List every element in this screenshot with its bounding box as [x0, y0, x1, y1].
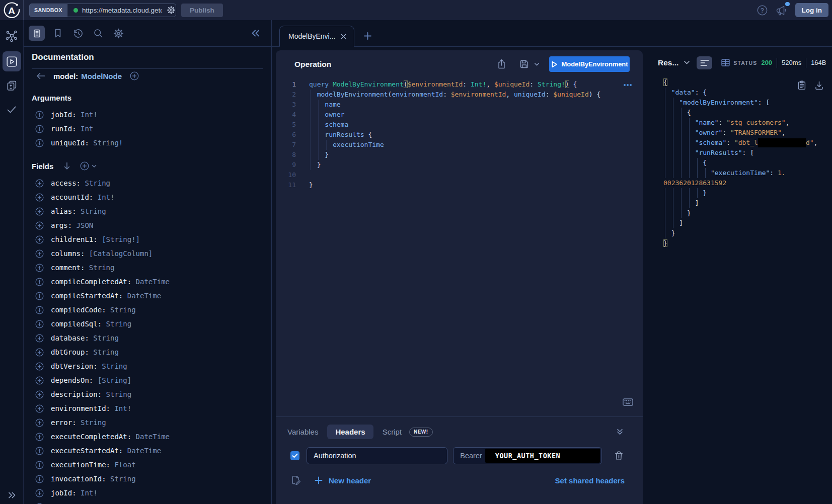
- field-name[interactable]: args:: [51, 221, 72, 229]
- new-tab-button[interactable]: [362, 31, 373, 41]
- tab-label[interactable]: ModelByEnvi...: [288, 32, 335, 40]
- add-field-button[interactable]: [35, 489, 44, 497]
- save-operation-button[interactable]: [518, 58, 530, 70]
- tab-script[interactable]: Script: [383, 428, 402, 436]
- add-argument-button[interactable]: [35, 111, 44, 119]
- field-type[interactable]: DateTime: [123, 292, 161, 300]
- operation-options-button[interactable]: [622, 82, 633, 88]
- rail-checks-button[interactable]: [3, 101, 21, 119]
- doc-type-name[interactable]: ModelNode: [81, 72, 122, 80]
- field-name[interactable]: alias:: [51, 207, 77, 215]
- copy-response-button[interactable]: [798, 80, 806, 90]
- field-name[interactable]: database:: [51, 334, 89, 342]
- field-name[interactable]: compiledCode:: [51, 306, 106, 314]
- keyboard-shortcuts-button[interactable]: [623, 398, 633, 406]
- run-operation-button[interactable]: ModelByEnvironment: [549, 56, 630, 72]
- endpoint-url-text[interactable]: https://metadata.cloud.getdbt.com/graphq…: [82, 7, 162, 14]
- editor-line[interactable]: 11 }: [276, 180, 643, 190]
- table-view-button[interactable]: [718, 56, 733, 69]
- field-name[interactable]: dbtVersion:: [51, 362, 98, 370]
- add-field-button[interactable]: [35, 447, 44, 455]
- history-button[interactable]: [71, 26, 85, 40]
- field-type[interactable]: Int!: [77, 489, 98, 497]
- header-value-field[interactable]: Bearer YOUR_AUTH_TOKEN: [453, 447, 602, 464]
- add-field-button[interactable]: [35, 235, 44, 244]
- field-type[interactable]: Int!: [93, 193, 114, 201]
- tab-close-button[interactable]: [339, 32, 348, 41]
- field-name[interactable]: error:: [51, 418, 77, 427]
- argument-name[interactable]: runId:: [51, 125, 77, 133]
- save-options-button[interactable]: [533, 61, 541, 67]
- add-field-button[interactable]: [35, 320, 44, 328]
- endpoint-settings-button[interactable]: [166, 5, 176, 16]
- add-field-button[interactable]: [35, 348, 44, 357]
- field-type[interactable]: DateTime: [123, 447, 161, 455]
- add-field-button[interactable]: [35, 306, 44, 314]
- field-name[interactable]: environmentId:: [51, 404, 110, 412]
- editor-line[interactable]: 3 name: [276, 100, 643, 110]
- add-field-button[interactable]: [35, 433, 44, 441]
- rail-expand-button[interactable]: [6, 489, 18, 501]
- argument-type[interactable]: String!: [89, 139, 123, 147]
- documentation-tab-button[interactable]: [29, 26, 45, 41]
- field-type[interactable]: [CatalogColumn]: [85, 249, 153, 258]
- download-response-button[interactable]: [815, 80, 823, 90]
- endpoint-url-box[interactable]: https://metadata.cloud.getdbt.com/graphq…: [67, 4, 176, 17]
- saved-operations-button[interactable]: [51, 26, 65, 40]
- add-field-button[interactable]: [35, 418, 44, 427]
- sort-fields-button[interactable]: [63, 162, 70, 170]
- field-type[interactable]: Int!: [110, 404, 131, 412]
- field-type[interactable]: String: [102, 390, 131, 398]
- field-name[interactable]: columns:: [51, 249, 85, 258]
- field-type[interactable]: String: [98, 362, 127, 370]
- field-type[interactable]: String: [106, 475, 136, 483]
- add-field-button[interactable]: [35, 221, 44, 230]
- add-field-button[interactable]: [35, 193, 44, 202]
- search-button[interactable]: [91, 26, 105, 40]
- formatted-view-button[interactable]: [697, 56, 712, 69]
- argument-type[interactable]: Int!: [77, 111, 98, 119]
- field-type[interactable]: String: [77, 418, 106, 427]
- add-field-button[interactable]: [35, 334, 44, 343]
- editor-line[interactable]: 6 runResults {: [276, 130, 643, 140]
- tab-variables[interactable]: Variables: [287, 428, 318, 436]
- field-type[interactable]: String: [77, 207, 106, 215]
- query-editor[interactable]: 1 query ModelByEnvironment($environmentI…: [276, 78, 643, 416]
- add-field-button[interactable]: [35, 404, 44, 413]
- field-name[interactable]: childrenL1:: [51, 235, 98, 243]
- field-name[interactable]: executeCompletedAt:: [51, 433, 131, 441]
- publish-button[interactable]: Publish: [181, 4, 223, 17]
- field-type[interactable]: String: [89, 348, 119, 356]
- add-all-fields-button[interactable]: [80, 161, 97, 171]
- field-type[interactable]: String: [106, 306, 136, 314]
- editor-line[interactable]: 5 schema: [276, 120, 643, 130]
- field-name[interactable]: executionTime:: [51, 461, 110, 469]
- field-name[interactable]: accountId:: [51, 193, 93, 201]
- field-type[interactable]: String: [85, 264, 114, 272]
- doc-back-button[interactable]: [35, 71, 46, 80]
- field-name[interactable]: compileCompletedAt:: [51, 278, 131, 286]
- editor-line[interactable]: 9 }: [276, 160, 643, 170]
- add-field-button[interactable]: [35, 264, 44, 272]
- response-json[interactable]: { "data": { "modelByEnvironment": [ { "n…: [649, 77, 832, 504]
- editor-line[interactable]: 4 owner: [276, 110, 643, 120]
- field-type[interactable]: [String!]: [98, 235, 140, 243]
- argument-type[interactable]: Int: [77, 125, 94, 133]
- set-shared-headers-button[interactable]: Set shared headers: [555, 476, 625, 485]
- field-type[interactable]: String: [89, 334, 119, 342]
- add-field-button[interactable]: [35, 207, 44, 216]
- rail-schema-button[interactable]: [3, 27, 21, 45]
- tab-modelbyenvironment[interactable]: ModelByEnvi...: [279, 26, 354, 47]
- field-name[interactable]: dependsOn:: [51, 376, 93, 384]
- field-type[interactable]: String: [102, 320, 131, 328]
- add-field-button[interactable]: [35, 278, 44, 286]
- collapse-io-panel-button[interactable]: [615, 427, 625, 437]
- argument-name[interactable]: uniqueId:: [51, 139, 89, 147]
- field-name[interactable]: compiledSql:: [51, 320, 102, 328]
- add-field-button[interactable]: [35, 376, 44, 385]
- editor-line[interactable]: 10: [276, 170, 643, 180]
- field-name[interactable]: access:: [51, 179, 81, 187]
- editor-line[interactable]: 2 modelByEnvironment(environmentId: $env…: [276, 90, 643, 100]
- environment-variables-button[interactable]: [291, 475, 301, 485]
- field-name[interactable]: dbtGroup:: [51, 348, 89, 356]
